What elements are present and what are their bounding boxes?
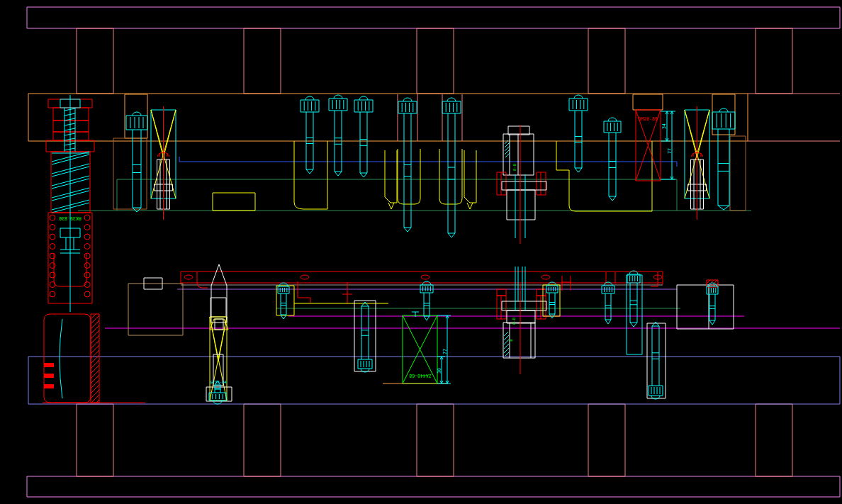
cap-screw[interactable] (569, 95, 588, 172)
cap-screw[interactable] (712, 108, 735, 210)
backing-plate-line (179, 157, 677, 167)
hatch-upper-unit (505, 140, 510, 157)
bushing-sleeve (113, 138, 147, 209)
bolt-pocket (276, 286, 294, 315)
spring-part-label: ZA448-68 (409, 373, 431, 379)
strip-holes (184, 275, 662, 279)
bolt-pocket (712, 94, 735, 135)
cap-screw[interactable] (627, 271, 640, 327)
dimension-upper: 34 77 (661, 111, 675, 179)
cap-screw[interactable] (420, 281, 433, 320)
cap-screw[interactable] (301, 96, 319, 174)
punch-part-label: 8-8 (512, 318, 516, 325)
lower-right-unit[interactable] (677, 280, 734, 329)
top-clamping-plate[interactable] (27, 7, 840, 28)
cap-screw[interactable] (329, 95, 347, 176)
bottom-clamping-plate[interactable] (27, 476, 840, 497)
punch-part-label: 8-8 (512, 164, 517, 171)
dimension-lower: 30 77 (437, 315, 451, 383)
cap-screw[interactable] (354, 96, 373, 177)
guide-sleeve (627, 275, 642, 354)
cad-canvas[interactable]: DM20-80 34 77 ZA448-68 30 77 (0, 0, 842, 504)
upper-pillars[interactable] (77, 28, 792, 94)
spring-pocket (633, 94, 663, 110)
lower-pillars[interactable] (77, 404, 792, 476)
guide-bushing[interactable] (43, 314, 145, 403)
cap-screw[interactable] (126, 112, 147, 212)
spring-lower-left[interactable]: GF38-84 (206, 298, 232, 401)
cap-screw[interactable] (707, 283, 718, 325)
cap-screw[interactable] (602, 282, 614, 324)
die-insert (213, 193, 255, 211)
lower-die-shoe[interactable] (28, 357, 840, 404)
pilot-punch[interactable] (210, 264, 228, 330)
cap-screw[interactable] (604, 118, 621, 201)
bushing-sleeve (730, 136, 746, 211)
die-block (294, 141, 327, 209)
dimension-text: 30 (437, 368, 442, 374)
material-strip[interactable] (181, 271, 663, 303)
spring-upper-marked[interactable]: DM20-80 34 77 (636, 110, 675, 181)
spring-upper-left[interactable] (151, 106, 176, 220)
punch-guide (439, 149, 462, 204)
dimension-text: 34 (661, 123, 667, 129)
punch-part-label: 8 (509, 339, 513, 341)
bushing-hatch (91, 314, 99, 403)
left-spring-assembly[interactable]: RK39-830 (46, 95, 94, 312)
spring-part-label: DM20-80 (638, 116, 657, 122)
die-set-structure[interactable] (27, 7, 840, 497)
hatch-lower-unit (504, 332, 509, 356)
dimension-text: 77 (667, 148, 673, 154)
dimension-text: 77 (442, 349, 448, 354)
cap-screw[interactable] (649, 322, 663, 399)
cap-screw[interactable] (398, 98, 417, 232)
strip-clamps (197, 272, 658, 303)
upper-punch-unit[interactable]: 8-8 (497, 125, 546, 244)
lower-left-block[interactable] (128, 278, 183, 335)
spring-upper-right[interactable] (685, 106, 709, 220)
bolt-pocket (125, 94, 147, 138)
spring-lower-mid[interactable]: ZA448-68 30 77 (383, 312, 451, 383)
cap-screw[interactable] (546, 282, 558, 318)
cap-screw[interactable] (358, 302, 372, 372)
cap-screw[interactable] (278, 283, 289, 319)
cap-screw[interactable] (442, 98, 461, 237)
